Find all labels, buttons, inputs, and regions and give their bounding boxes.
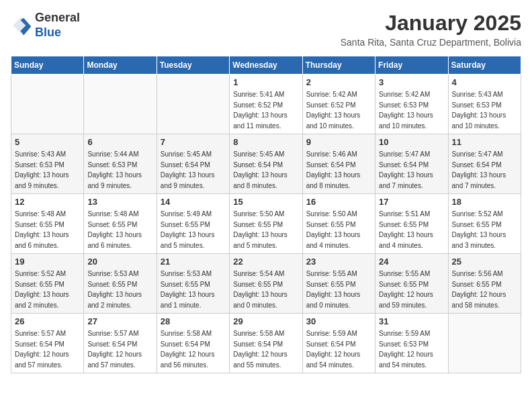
calendar-cell: 28Sunrise: 5:58 AM Sunset: 6:54 PM Dayli… [157, 314, 229, 373]
day-number: 31 [379, 316, 444, 326]
day-info: Sunrise: 5:46 AM Sunset: 6:54 PM Dayligh… [306, 149, 371, 191]
calendar-cell: 23Sunrise: 5:55 AM Sunset: 6:55 PM Dayli… [302, 254, 375, 314]
day-info: Sunrise: 5:53 AM Sunset: 6:55 PM Dayligh… [87, 269, 152, 310]
calendar-cell: 6Sunrise: 5:44 AM Sunset: 6:53 PM Daylig… [84, 134, 157, 194]
calendar-cell: 4Sunrise: 5:43 AM Sunset: 6:53 PM Daylig… [448, 75, 521, 134]
calendar-cell: 9Sunrise: 5:46 AM Sunset: 6:54 PM Daylig… [302, 134, 375, 194]
day-number: 16 [306, 197, 371, 207]
calendar-cell: 15Sunrise: 5:50 AM Sunset: 6:55 PM Dayli… [230, 194, 302, 254]
weekday-header-saturday: Saturday [448, 56, 521, 75]
title-block: January 2025 Santa Rita, Santa Cruz Depa… [341, 11, 521, 48]
day-info: Sunrise: 5:51 AM Sunset: 6:55 PM Dayligh… [379, 209, 444, 250]
day-number: 30 [306, 316, 371, 326]
day-info: Sunrise: 5:45 AM Sunset: 6:54 PM Dayligh… [161, 149, 226, 191]
day-info: Sunrise: 5:52 AM Sunset: 6:55 PM Dayligh… [452, 209, 517, 250]
calendar-cell: 22Sunrise: 5:54 AM Sunset: 6:55 PM Dayli… [230, 254, 302, 314]
day-info: Sunrise: 5:43 AM Sunset: 6:53 PM Dayligh… [452, 89, 517, 131]
day-info: Sunrise: 5:41 AM Sunset: 6:52 PM Dayligh… [233, 89, 298, 131]
day-info: Sunrise: 5:58 AM Sunset: 6:54 PM Dayligh… [233, 328, 298, 370]
calendar-cell: 3Sunrise: 5:42 AM Sunset: 6:53 PM Daylig… [375, 75, 448, 134]
day-number: 27 [87, 316, 152, 326]
weekday-header-sunday: Sunday [11, 56, 84, 75]
day-info: Sunrise: 5:54 AM Sunset: 6:55 PM Dayligh… [233, 269, 298, 310]
calendar-cell: 20Sunrise: 5:53 AM Sunset: 6:55 PM Dayli… [84, 254, 157, 314]
day-number: 2 [306, 77, 371, 87]
day-number: 25 [452, 257, 517, 267]
day-number: 28 [161, 316, 226, 326]
calendar-cell: 11Sunrise: 5:47 AM Sunset: 6:54 PM Dayli… [448, 134, 521, 194]
day-number: 29 [233, 316, 298, 326]
day-info: Sunrise: 5:48 AM Sunset: 6:55 PM Dayligh… [87, 209, 152, 250]
day-info: Sunrise: 5:59 AM Sunset: 6:53 PM Dayligh… [379, 328, 444, 370]
day-info: Sunrise: 5:47 AM Sunset: 6:54 PM Dayligh… [379, 149, 444, 191]
day-number: 24 [379, 257, 444, 267]
day-number: 8 [233, 137, 298, 147]
calendar-cell: 27Sunrise: 5:57 AM Sunset: 6:54 PM Dayli… [84, 314, 157, 373]
calendar-cell: 30Sunrise: 5:59 AM Sunset: 6:54 PM Dayli… [302, 314, 375, 373]
day-number: 11 [452, 137, 517, 147]
calendar-cell: 7Sunrise: 5:45 AM Sunset: 6:54 PM Daylig… [157, 134, 229, 194]
calendar-week-row: 19Sunrise: 5:52 AM Sunset: 6:55 PM Dayli… [11, 254, 521, 314]
day-number: 7 [161, 137, 226, 147]
day-info: Sunrise: 5:55 AM Sunset: 6:55 PM Dayligh… [379, 269, 444, 310]
calendar-week-row: 5Sunrise: 5:43 AM Sunset: 6:53 PM Daylig… [11, 134, 521, 194]
weekday-header-row: SundayMondayTuesdayWednesdayThursdayFrid… [11, 56, 521, 75]
day-number: 23 [306, 257, 371, 267]
day-info: Sunrise: 5:42 AM Sunset: 6:53 PM Dayligh… [379, 89, 444, 131]
day-number: 5 [15, 137, 80, 147]
day-info: Sunrise: 5:50 AM Sunset: 6:55 PM Dayligh… [306, 209, 371, 250]
day-info: Sunrise: 5:50 AM Sunset: 6:55 PM Dayligh… [233, 209, 298, 250]
calendar-cell: 5Sunrise: 5:43 AM Sunset: 6:53 PM Daylig… [11, 134, 84, 194]
calendar-week-row: 12Sunrise: 5:48 AM Sunset: 6:55 PM Dayli… [11, 194, 521, 254]
calendar-cell: 18Sunrise: 5:52 AM Sunset: 6:55 PM Dayli… [448, 194, 521, 254]
day-number: 4 [452, 77, 517, 87]
weekday-header-friday: Friday [375, 56, 448, 75]
calendar-cell: 8Sunrise: 5:45 AM Sunset: 6:54 PM Daylig… [230, 134, 302, 194]
calendar-table: SundayMondayTuesdayWednesdayThursdayFrid… [11, 56, 521, 373]
day-number: 21 [161, 257, 226, 267]
day-number: 6 [87, 137, 152, 147]
calendar-cell: 21Sunrise: 5:53 AM Sunset: 6:55 PM Dayli… [157, 254, 229, 314]
day-info: Sunrise: 5:49 AM Sunset: 6:55 PM Dayligh… [161, 209, 226, 250]
day-info: Sunrise: 5:47 AM Sunset: 6:54 PM Dayligh… [452, 149, 517, 191]
day-info: Sunrise: 5:59 AM Sunset: 6:54 PM Dayligh… [306, 328, 371, 370]
day-number: 12 [15, 197, 80, 207]
calendar-cell [448, 314, 521, 373]
calendar-cell [11, 75, 84, 134]
calendar-cell: 25Sunrise: 5:56 AM Sunset: 6:55 PM Dayli… [448, 254, 521, 314]
calendar-cell: 17Sunrise: 5:51 AM Sunset: 6:55 PM Dayli… [375, 194, 448, 254]
day-info: Sunrise: 5:43 AM Sunset: 6:53 PM Dayligh… [15, 149, 80, 191]
day-info: Sunrise: 5:52 AM Sunset: 6:55 PM Dayligh… [15, 269, 80, 310]
month-title: January 2025 [341, 11, 521, 36]
day-number: 22 [233, 257, 298, 267]
day-number: 18 [452, 197, 517, 207]
day-info: Sunrise: 5:57 AM Sunset: 6:54 PM Dayligh… [87, 328, 152, 370]
calendar-cell: 14Sunrise: 5:49 AM Sunset: 6:55 PM Dayli… [157, 194, 229, 254]
weekday-header-monday: Monday [84, 56, 157, 75]
logo-text: General Blue [35, 11, 80, 40]
logo-icon [11, 15, 32, 36]
day-info: Sunrise: 5:57 AM Sunset: 6:54 PM Dayligh… [15, 328, 80, 370]
day-info: Sunrise: 5:53 AM Sunset: 6:55 PM Dayligh… [161, 269, 226, 310]
day-info: Sunrise: 5:56 AM Sunset: 6:55 PM Dayligh… [452, 269, 517, 310]
day-info: Sunrise: 5:55 AM Sunset: 6:55 PM Dayligh… [306, 269, 371, 310]
calendar-cell: 29Sunrise: 5:58 AM Sunset: 6:54 PM Dayli… [230, 314, 302, 373]
calendar-cell: 13Sunrise: 5:48 AM Sunset: 6:55 PM Dayli… [84, 194, 157, 254]
logo: General Blue [11, 11, 80, 40]
calendar-cell [84, 75, 157, 134]
calendar-cell: 1Sunrise: 5:41 AM Sunset: 6:52 PM Daylig… [230, 75, 302, 134]
day-number: 9 [306, 137, 371, 147]
day-number: 14 [161, 197, 226, 207]
day-number: 10 [379, 137, 444, 147]
day-number: 17 [379, 197, 444, 207]
weekday-header-thursday: Thursday [302, 56, 375, 75]
calendar-cell: 26Sunrise: 5:57 AM Sunset: 6:54 PM Dayli… [11, 314, 84, 373]
day-info: Sunrise: 5:58 AM Sunset: 6:54 PM Dayligh… [161, 328, 226, 370]
location-subtitle: Santa Rita, Santa Cruz Department, Boliv… [341, 37, 521, 48]
day-number: 20 [87, 257, 152, 267]
day-number: 26 [15, 316, 80, 326]
day-info: Sunrise: 5:45 AM Sunset: 6:54 PM Dayligh… [233, 149, 298, 191]
calendar-week-row: 1Sunrise: 5:41 AM Sunset: 6:52 PM Daylig… [11, 75, 521, 134]
page-header: General Blue January 2025 Santa Rita, Sa… [11, 11, 521, 48]
calendar-week-row: 26Sunrise: 5:57 AM Sunset: 6:54 PM Dayli… [11, 314, 521, 373]
